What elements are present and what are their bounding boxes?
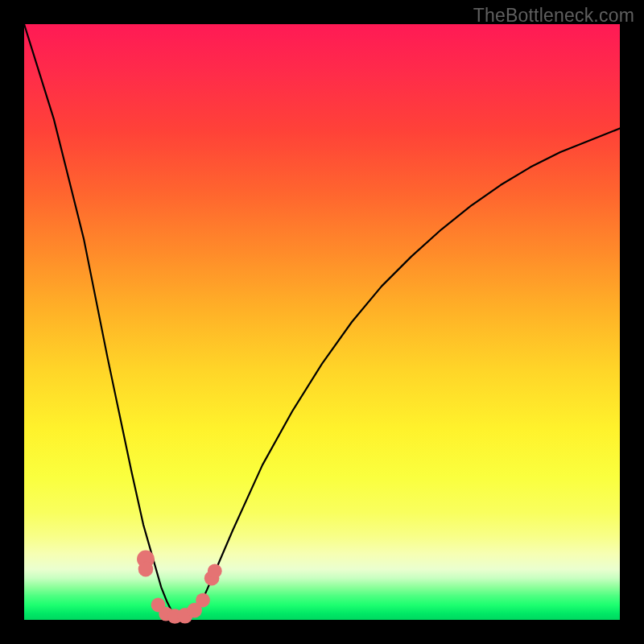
curve-marker [208, 564, 222, 578]
curve-marker [196, 593, 210, 608]
watermark-text: TheBottleneck.com [473, 5, 634, 27]
curve-svg [24, 24, 620, 620]
plot-area [24, 24, 620, 620]
chart-frame: TheBottleneck.com [0, 0, 644, 644]
bottleneck-curve-path [24, 24, 620, 617]
curve-marker [138, 562, 154, 577]
curve-markers [137, 551, 222, 624]
